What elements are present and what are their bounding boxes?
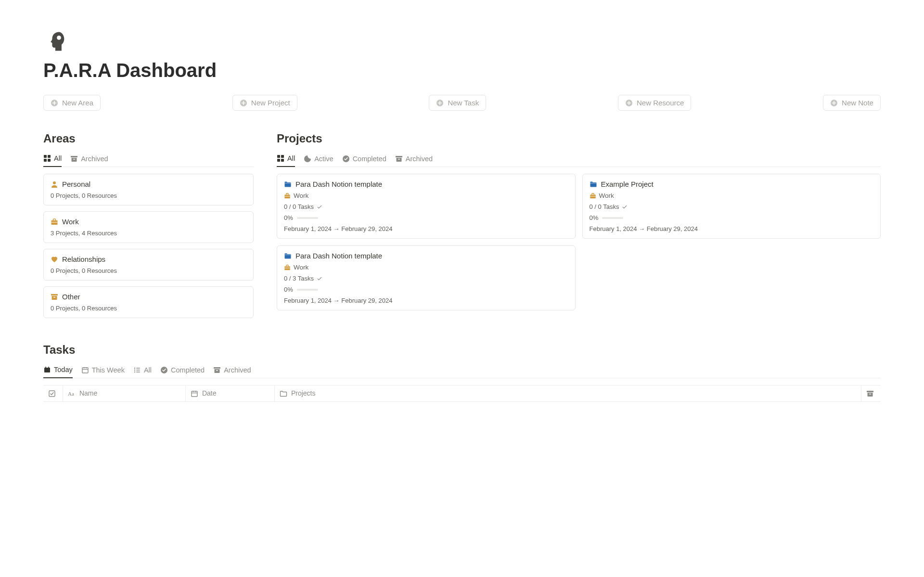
checkbox-icon: [48, 390, 56, 397]
area-meta: 0 Projects, 0 Resources: [51, 192, 246, 199]
column-label: Name: [79, 389, 97, 397]
project-title: Example Project: [601, 180, 654, 188]
progress-bar: [297, 217, 318, 219]
check-icon: [317, 204, 322, 210]
project-date: February 1, 2024 → February 29, 2024: [590, 225, 874, 232]
project-title: Para Dash Notion template: [295, 180, 382, 188]
tab-label: Active: [314, 155, 334, 163]
area-title: Other: [62, 293, 80, 301]
tab-completed[interactable]: Completed: [160, 366, 205, 378]
project-card[interactable]: Para Dash Notion template Work 0 / 0 Tas…: [277, 174, 576, 239]
briefcase-icon: [590, 192, 596, 199]
area-title: Work: [62, 218, 79, 226]
tab-label: Today: [54, 366, 73, 373]
tab-completed[interactable]: Completed: [342, 154, 386, 167]
tab-label: All: [54, 154, 62, 162]
col-date[interactable]: Date: [186, 385, 275, 402]
button-label: New Note: [842, 99, 873, 107]
briefcase-icon: [51, 218, 58, 226]
button-label: New Task: [448, 99, 479, 107]
archive-icon: [866, 390, 874, 397]
tab-label: Archived: [81, 155, 108, 163]
col-checkbox[interactable]: [43, 385, 63, 402]
tab-label: Completed: [171, 366, 205, 374]
folder-icon: [284, 252, 292, 260]
area-card-work[interactable]: Work 3 Projects, 4 Resources: [43, 211, 254, 243]
check-icon: [622, 204, 628, 210]
tab-all[interactable]: All: [43, 154, 62, 167]
column-label: Projects: [291, 389, 316, 397]
list-icon: [133, 366, 141, 374]
folder-icon: [590, 180, 597, 188]
tab-all[interactable]: All: [277, 154, 295, 167]
project-tasks: 0 / 0 Tasks: [284, 203, 314, 210]
gallery-icon: [43, 154, 51, 162]
project-tasks: 0 / 3 Tasks: [284, 275, 314, 282]
projects-tabs: All Active Completed Archived: [277, 154, 881, 167]
heart-icon: [51, 256, 58, 263]
projects-heading: Projects: [277, 132, 881, 145]
archive-icon: [213, 366, 221, 374]
areas-tabs: All Archived: [43, 154, 254, 167]
area-meta: 0 Projects, 0 Resources: [51, 305, 246, 312]
calendar-icon: [191, 390, 198, 397]
person-icon: [51, 180, 58, 188]
area-meta: 3 Projects, 4 Resources: [51, 230, 246, 237]
tasks-heading: Tasks: [43, 343, 881, 357]
new-resource-button[interactable]: New Resource: [618, 95, 691, 111]
project-card[interactable]: Para Dash Notion template Work 0 / 3 Tas…: [277, 245, 576, 310]
new-task-button[interactable]: New Task: [429, 95, 486, 111]
project-date: February 1, 2024 → February 29, 2024: [284, 297, 568, 304]
briefcase-icon: [284, 192, 291, 199]
area-title: Personal: [62, 180, 90, 188]
project-card[interactable]: Example Project Work 0 / 0 Tasks 0% Febr…: [582, 174, 881, 239]
new-buttons-row: New Area New Project New Task New Resour…: [43, 95, 881, 111]
new-project-button[interactable]: New Project: [232, 95, 297, 111]
tab-label: All: [287, 154, 295, 162]
briefcase-icon: [284, 264, 291, 271]
tab-label: This Week: [92, 366, 125, 374]
new-area-button[interactable]: New Area: [43, 95, 101, 111]
project-area: Work: [294, 192, 308, 199]
plus-icon: [830, 99, 838, 107]
tab-archived[interactable]: Archived: [70, 154, 108, 167]
col-projects[interactable]: Projects: [275, 385, 861, 402]
project-percent: 0%: [284, 286, 293, 293]
tab-active[interactable]: Active: [304, 154, 334, 167]
column-label: Date: [202, 389, 217, 397]
col-archive[interactable]: [861, 385, 881, 402]
archive-icon: [395, 155, 403, 163]
calendar-bag-icon: [43, 366, 51, 373]
tab-archived[interactable]: Archived: [395, 154, 433, 167]
area-meta: 0 Projects, 0 Resources: [51, 267, 246, 274]
folder-icon: [284, 180, 292, 188]
check-icon: [317, 276, 322, 282]
plus-icon: [51, 99, 58, 107]
tab-label: Archived: [406, 155, 433, 163]
tab-archived[interactable]: Archived: [213, 366, 251, 378]
folder-outline-icon: [280, 390, 287, 397]
tab-today[interactable]: Today: [43, 366, 73, 378]
tab-all[interactable]: All: [133, 366, 152, 378]
project-percent: 0%: [590, 214, 599, 221]
tab-label: Completed: [353, 155, 386, 163]
project-area: Work: [599, 192, 614, 199]
plus-icon: [436, 99, 444, 107]
area-title: Relationships: [62, 255, 105, 263]
calendar-grid-icon: [81, 366, 89, 374]
col-name[interactable]: Name: [63, 385, 186, 402]
area-card-personal[interactable]: Personal 0 Projects, 0 Resources: [43, 174, 254, 205]
area-card-other[interactable]: Other 0 Projects, 0 Resources: [43, 286, 254, 318]
tab-this-week[interactable]: This Week: [81, 366, 125, 378]
project-tasks: 0 / 0 Tasks: [590, 203, 619, 210]
areas-heading: Areas: [43, 132, 254, 145]
area-card-relationships[interactable]: Relationships 0 Projects, 0 Resources: [43, 249, 254, 281]
project-percent: 0%: [284, 214, 293, 221]
tasks-tabs: Today This Week All Completed Archived: [43, 365, 881, 378]
page-title: P.A.R.A Dashboard: [43, 60, 881, 81]
new-note-button[interactable]: New Note: [823, 95, 881, 111]
plus-icon: [625, 99, 633, 107]
archive-icon: [70, 155, 78, 163]
archive-icon: [51, 293, 58, 301]
project-title: Para Dash Notion template: [295, 252, 382, 260]
